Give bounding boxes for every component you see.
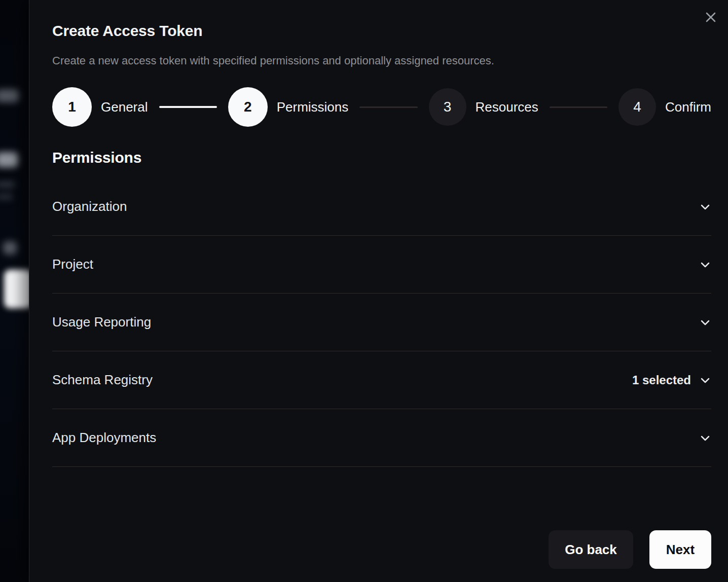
blurred-nav-item xyxy=(0,152,18,167)
page-title: Create Access Token xyxy=(52,21,711,41)
step-connector xyxy=(359,106,417,108)
accordion-label: Organization xyxy=(52,199,127,214)
step-resources[interactable]: 3 Resources xyxy=(429,88,538,126)
selected-count-badge: 1 selected xyxy=(632,373,691,387)
modal-subtitle: Create a new access token with specified… xyxy=(52,54,711,68)
step-permissions[interactable]: 2 Permissions xyxy=(228,87,349,127)
accordion-row-organization[interactable]: Organization xyxy=(52,178,711,236)
step-connector xyxy=(550,106,607,108)
step-confirm[interactable]: 4 Confirm xyxy=(618,88,711,126)
step-general[interactable]: 1 General xyxy=(52,87,148,127)
permissions-accordion: Organization Project Usage Reporting xyxy=(52,178,711,467)
chevron-down-icon xyxy=(699,201,711,213)
step-label: Confirm xyxy=(665,99,711,115)
step-label: General xyxy=(101,99,148,115)
chevron-down-icon xyxy=(699,259,711,271)
step-connector xyxy=(159,106,217,108)
modal-footer: Go back Next xyxy=(549,530,711,569)
step-number-badge: 4 xyxy=(618,88,656,126)
close-icon[interactable] xyxy=(703,9,719,25)
accordion-label: Usage Reporting xyxy=(52,314,151,330)
chevron-down-icon xyxy=(699,316,711,329)
blurred-text-line xyxy=(0,194,13,200)
accordion-row-project[interactable]: Project xyxy=(52,236,711,294)
blurred-nav-item xyxy=(0,89,19,102)
go-back-button[interactable]: Go back xyxy=(549,530,633,569)
step-number-badge: 3 xyxy=(429,88,466,126)
accordion-label: Schema Registry xyxy=(52,372,153,388)
accordion-row-schema-registry[interactable]: Schema Registry 1 selected xyxy=(52,351,711,409)
chevron-down-icon xyxy=(699,374,711,386)
blurred-text-line xyxy=(0,181,15,188)
step-label: Permissions xyxy=(277,99,349,115)
blurred-icon xyxy=(3,241,17,254)
accordion-label: Project xyxy=(52,257,93,272)
create-access-token-modal: Create Access Token Create a new access … xyxy=(29,0,728,582)
step-label: Resources xyxy=(476,99,538,115)
blurred-white-card xyxy=(4,270,29,308)
step-number-badge: 1 xyxy=(52,87,92,127)
chevron-down-icon xyxy=(699,432,711,444)
accordion-label: App Deployments xyxy=(52,430,156,446)
accordion-row-usage-reporting[interactable]: Usage Reporting xyxy=(52,294,711,351)
next-button[interactable]: Next xyxy=(649,530,711,569)
accordion-row-app-deployments[interactable]: App Deployments xyxy=(52,409,711,467)
wizard-stepper: 1 General 2 Permissions 3 Resources 4 Co… xyxy=(52,87,711,127)
permissions-heading: Permissions xyxy=(52,149,711,166)
background-page xyxy=(0,0,29,582)
step-number-badge: 2 xyxy=(228,87,268,127)
